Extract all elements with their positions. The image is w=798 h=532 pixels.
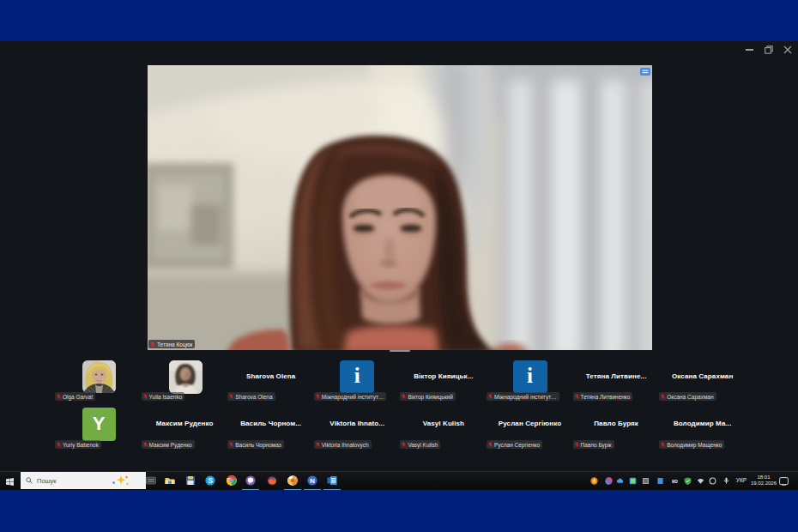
svg-text:N: N (310, 477, 315, 485)
svg-text:S: S (208, 476, 213, 485)
svg-text:ко: ко (672, 478, 678, 484)
